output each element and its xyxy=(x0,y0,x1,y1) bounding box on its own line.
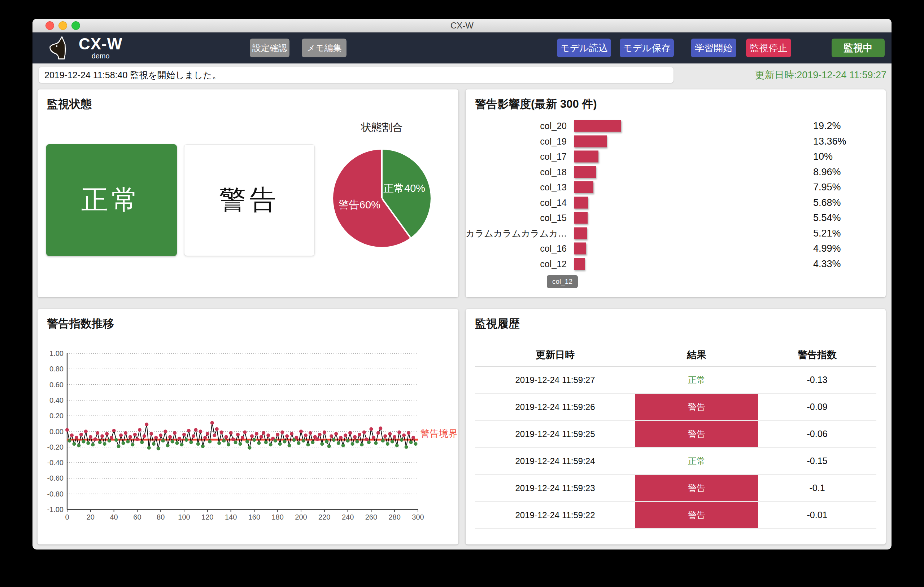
impact-bar-row[interactable]: col_188.96% xyxy=(465,164,886,180)
status-strip: 2019-12-24 11:58:40 監視を開始しました。 更新日時:2019… xyxy=(33,64,891,86)
history-result-normal: 正常 xyxy=(635,367,758,393)
svg-text:180: 180 xyxy=(272,513,284,521)
history-time: 2019-12-24 11:59:27 xyxy=(475,367,635,393)
impact-bar-value: 13.36% xyxy=(813,136,846,147)
watch-status-button[interactable]: 監視中 xyxy=(832,39,884,58)
svg-text:280: 280 xyxy=(389,513,401,521)
impact-bar-row[interactable]: col_1710% xyxy=(465,149,886,164)
window-title: CX-W xyxy=(33,19,891,33)
impact-bar[interactable] xyxy=(574,181,593,193)
history-rows: 2019-12-24 11:59:27正常-0.132019-12-24 11:… xyxy=(475,367,876,529)
svg-text:80: 80 xyxy=(157,513,165,521)
pie-label-warning: 警告60% xyxy=(338,198,380,212)
pie-separator-1 xyxy=(381,150,383,198)
svg-text:100: 100 xyxy=(178,513,190,521)
impact-bar[interactable] xyxy=(574,197,588,209)
settings-button[interactable]: 設定確認 xyxy=(250,39,289,58)
panel-warning-impact: 警告影響度(最新 300 件) col_2019.2%col_1913.36%c… xyxy=(465,89,886,297)
model-save-button[interactable]: モデル保存 xyxy=(620,39,674,58)
panel-title: 監視履歴 xyxy=(475,316,520,331)
impact-bar-row[interactable]: カラムカラムカラムカ…5.21% xyxy=(465,226,886,241)
pie-label-normal: 正常40% xyxy=(383,181,425,196)
svg-text:-0.60: -0.60 xyxy=(47,474,64,482)
svg-text:警告境界: 警告境界 xyxy=(420,428,458,439)
impact-bar-value: 5.21% xyxy=(813,227,841,239)
watch-stop-button[interactable]: 監視停止 xyxy=(746,39,791,58)
state-warning-box: 警告 xyxy=(184,144,315,256)
pie-separator-2 xyxy=(381,197,411,238)
history-time: 2019-12-24 11:59:23 xyxy=(475,475,635,501)
history-result-warning: 警告 xyxy=(635,475,758,501)
history-header: 更新日時 結果 警告指数 xyxy=(475,344,876,367)
impact-bar-value: 4.33% xyxy=(813,258,841,269)
svg-text:0.20: 0.20 xyxy=(50,412,64,420)
impact-bar-value: 19.2% xyxy=(813,120,841,132)
svg-text:-0.80: -0.80 xyxy=(47,490,64,498)
impact-bar-value: 4.99% xyxy=(813,243,841,254)
history-time: 2019-12-24 11:59:22 xyxy=(475,502,635,528)
app-subtitle: demo xyxy=(79,52,122,59)
model-load-button[interactable]: モデル読込 xyxy=(557,39,611,58)
svg-text:0.80: 0.80 xyxy=(50,365,64,373)
impact-bar-row[interactable]: col_1913.36% xyxy=(465,134,886,149)
history-table: 更新日時 結果 警告指数 2019-12-24 11:59:27正常-0.132… xyxy=(475,344,876,529)
bar-tooltip: col_12 xyxy=(547,275,578,288)
history-time: 2019-12-24 11:59:24 xyxy=(475,448,635,474)
impact-bar-label: col_18 xyxy=(465,166,567,177)
impact-bar[interactable] xyxy=(574,120,621,132)
impact-bar[interactable] xyxy=(574,243,586,255)
impact-bar[interactable] xyxy=(574,258,585,270)
history-result-normal: 正常 xyxy=(635,448,758,474)
svg-text:160: 160 xyxy=(248,513,260,521)
impact-bar-value: 7.95% xyxy=(813,182,841,193)
impact-bar-label: col_16 xyxy=(465,243,567,254)
history-col-result: 結果 xyxy=(635,348,758,361)
svg-text:140: 140 xyxy=(225,513,237,521)
svg-text:0: 0 xyxy=(65,513,69,521)
impact-bar-row[interactable]: col_124.33% xyxy=(465,257,886,272)
state-pie[interactable]: 正常40% 警告60% xyxy=(333,150,431,247)
impact-bar-row[interactable]: col_155.54% xyxy=(465,210,886,226)
impact-bar[interactable] xyxy=(574,151,599,163)
history-index-value: -0.13 xyxy=(758,367,876,393)
brand: CX-W demo xyxy=(79,35,122,59)
pie-title: 状態割合 xyxy=(333,120,431,135)
impact-bar-row[interactable]: col_164.99% xyxy=(465,241,886,257)
impact-bar-row[interactable]: col_2019.2% xyxy=(465,118,886,134)
impact-bar[interactable] xyxy=(574,166,596,178)
impact-bar-row[interactable]: col_145.68% xyxy=(465,195,886,210)
impact-bar-label: col_15 xyxy=(465,213,567,223)
svg-text:200: 200 xyxy=(295,513,307,521)
state-normal-box: 正常 xyxy=(46,144,177,256)
history-col-time: 更新日時 xyxy=(475,348,635,361)
dog-logo-icon xyxy=(48,36,71,60)
state-warning-label: 警告 xyxy=(219,182,280,218)
impact-bar-value: 10% xyxy=(813,151,833,162)
history-index-value: -0.1 xyxy=(758,475,876,501)
svg-text:0.60: 0.60 xyxy=(50,381,64,389)
impact-bar[interactable] xyxy=(574,135,607,147)
app-header: CX-W demo 設定確認 メモ編集 モデル読込 モデル保存 学習開始 監視停… xyxy=(33,33,891,64)
train-start-button[interactable]: 学習開始 xyxy=(691,39,736,58)
impact-bar-value: 8.96% xyxy=(813,166,841,178)
history-row: 2019-12-24 11:59:24正常-0.15 xyxy=(475,448,876,475)
history-row: 2019-12-24 11:59:25警告-0.06 xyxy=(475,421,876,448)
history-index-value: -0.01 xyxy=(758,502,876,528)
impact-bar-row[interactable]: col_137.95% xyxy=(465,179,886,195)
panel-title: 警告影響度(最新 300 件) xyxy=(475,97,597,112)
impact-bar-label: カラムカラムカラムカ… xyxy=(465,227,567,239)
memo-edit-button[interactable]: メモ編集 xyxy=(302,39,346,58)
trend-chart-svg[interactable]: 1.000.800.600.400.200.00-0.20-0.40-0.60-… xyxy=(38,309,459,544)
impact-bar-label: col_12 xyxy=(465,258,567,269)
impact-bar[interactable] xyxy=(574,212,587,224)
history-row: 2019-12-24 11:59:22警告-0.01 xyxy=(475,502,876,529)
svg-text:60: 60 xyxy=(133,513,141,521)
svg-text:300: 300 xyxy=(412,513,424,521)
panel-monitor-history: 監視履歴 更新日時 結果 警告指数 2019-12-24 11:59:27正常-… xyxy=(465,309,886,544)
history-row: 2019-12-24 11:59:27正常-0.13 xyxy=(475,367,876,394)
history-index-value: -0.09 xyxy=(758,394,876,420)
impact-rows: col_2019.2%col_1913.36%col_1710%col_188.… xyxy=(465,118,886,271)
history-row: 2019-12-24 11:59:26警告-0.09 xyxy=(475,394,876,421)
impact-bar[interactable] xyxy=(574,227,587,239)
svg-text:40: 40 xyxy=(110,513,118,521)
